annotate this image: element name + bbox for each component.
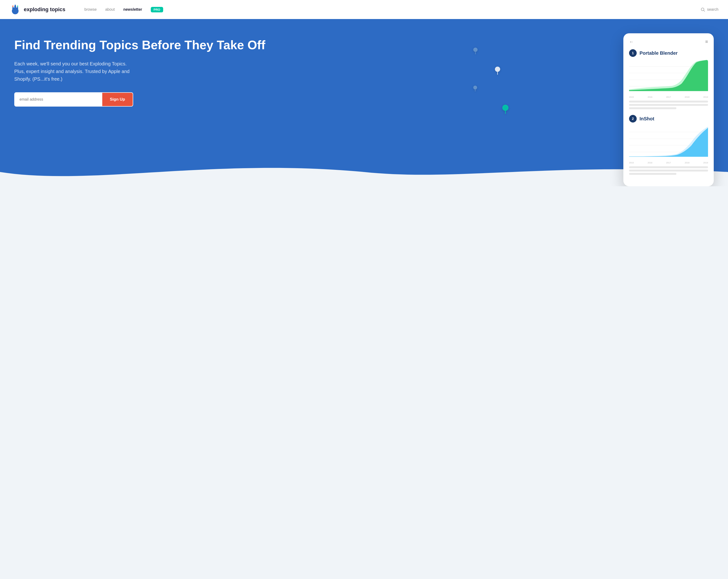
email-input[interactable]	[15, 93, 102, 106]
topic-2-name: InShot	[640, 116, 654, 122]
svg-point-7	[701, 8, 704, 11]
topic-1-chart-labels: 2015 2016 2017 2018 2019	[629, 96, 708, 98]
topic-2-header: 2 InShot	[629, 115, 708, 123]
svg-line-8	[704, 10, 705, 12]
nav-newsletter[interactable]: newsletter	[123, 7, 142, 12]
logo[interactable]: exploding topics	[9, 4, 66, 15]
header: exploding topics browse about newsletter…	[0, 0, 728, 19]
nav-browse[interactable]: browse	[84, 7, 97, 12]
pin-3	[473, 86, 477, 92]
nav-about[interactable]: about	[105, 7, 114, 12]
topic-1-number: 1	[629, 49, 637, 57]
navigation: browse about newsletter PRO	[84, 7, 700, 12]
svg-point-10	[495, 67, 500, 72]
search-area[interactable]: search	[700, 7, 719, 12]
svg-point-9	[473, 48, 477, 52]
topic-2-chart	[629, 125, 708, 159]
topic-2-text-lines	[629, 166, 708, 175]
svg-point-6	[17, 6, 18, 7]
search-label: search	[707, 7, 719, 12]
pin-2	[495, 67, 500, 76]
svg-point-5	[15, 5, 16, 6]
topic-1-header: 1 Portable Blender	[629, 49, 708, 57]
pin-1	[473, 48, 477, 55]
topic-1-chart	[629, 60, 708, 93]
text-line	[629, 166, 708, 168]
email-form: Sign Up	[14, 92, 133, 106]
logo-icon	[9, 4, 21, 15]
back-icon[interactable]: ←	[629, 39, 634, 45]
hero-title: Find Trending Topics Before They Take Of…	[14, 38, 614, 52]
topic-item-2: 2 InShot	[629, 115, 708, 175]
text-line	[629, 170, 708, 172]
svg-point-11	[473, 86, 477, 90]
text-line-short	[629, 107, 676, 109]
below-hero	[0, 186, 728, 205]
search-icon	[700, 7, 705, 12]
topic-2-number: 2	[629, 115, 637, 123]
logo-text: exploding topics	[24, 6, 66, 12]
signup-button[interactable]: Sign Up	[102, 93, 133, 106]
card-header: ← ≡	[629, 39, 708, 45]
text-line	[629, 101, 708, 103]
pin-4	[502, 105, 509, 115]
svg-point-4	[12, 6, 14, 7]
hero-subtitle: Each week, we'll send you our best Explo…	[14, 60, 138, 83]
topic-1-text-lines	[629, 101, 708, 109]
text-line	[629, 104, 708, 106]
hero-section: Find Trending Topics Before They Take Of…	[0, 19, 728, 186]
text-line-short	[629, 173, 676, 175]
topic-item-1: 1 Portable Blender	[629, 49, 708, 109]
pro-badge[interactable]: PRO	[151, 7, 163, 12]
hero-content: Find Trending Topics Before They Take Of…	[14, 38, 714, 186]
svg-point-12	[502, 105, 509, 111]
phone-card: ← ≡ 1 Portable Blender	[623, 33, 714, 186]
topic-1-name: Portable Blender	[640, 50, 678, 56]
topic-2-chart-labels: 2015 2016 2017 2018 2019	[629, 161, 708, 164]
menu-icon[interactable]: ≡	[705, 39, 708, 45]
hero-left: Find Trending Topics Before They Take Of…	[14, 38, 623, 130]
